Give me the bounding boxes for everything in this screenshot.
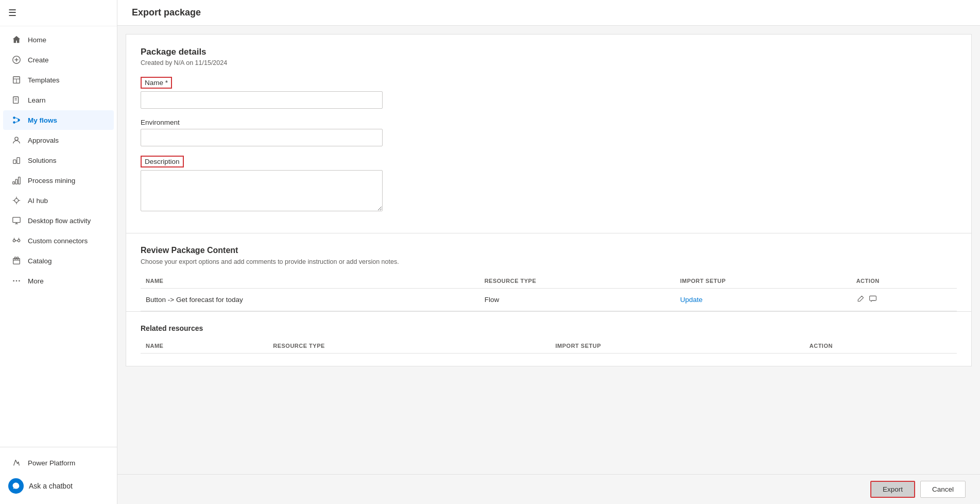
sidebar-item-home[interactable]: Home xyxy=(3,30,114,49)
svg-point-29 xyxy=(18,240,20,242)
sidebar-item-catalog-label: Catalog xyxy=(28,257,52,265)
package-details-subtitle: Created by N/A on 11/15/2024 xyxy=(141,59,957,66)
svg-rect-17 xyxy=(13,182,15,184)
svg-rect-19 xyxy=(19,177,21,184)
sidebar-item-solutions-label: Solutions xyxy=(28,157,57,164)
sidebar-item-templates[interactable]: Templates xyxy=(3,70,114,90)
svg-rect-40 xyxy=(869,296,876,300)
sidebar-item-learn-label: Learn xyxy=(28,96,46,104)
home-icon xyxy=(11,35,22,44)
svg-rect-15 xyxy=(13,160,16,163)
more-icon xyxy=(11,276,22,285)
col-action-header: ACTION xyxy=(851,274,957,289)
review-package-card: Review Package Content Choose your expor… xyxy=(126,233,972,312)
catalog-icon xyxy=(11,256,22,265)
sidebar-item-approvals-label: Approvals xyxy=(28,137,59,144)
name-input[interactable] xyxy=(141,91,383,109)
environment-input[interactable] xyxy=(141,129,383,146)
sidebar-item-power-platform[interactable]: Power Platform xyxy=(3,453,114,473)
table-row: Button -> Get forecast for today Flow Up… xyxy=(141,289,957,311)
sidebar-item-desktop-flow-activity[interactable]: Desktop flow activity xyxy=(3,211,114,230)
svg-line-12 xyxy=(15,118,19,119)
sidebar-item-home-label: Home xyxy=(28,36,46,44)
svg-point-38 xyxy=(16,280,18,282)
sidebar-item-my-flows-label: My flows xyxy=(28,116,57,124)
page-title: Export package xyxy=(132,7,966,18)
action-icons xyxy=(856,295,952,305)
svg-point-9 xyxy=(13,116,15,119)
export-button[interactable]: Export xyxy=(870,481,915,498)
power-platform-icon xyxy=(11,458,22,467)
main-content: Export package Package details Created b… xyxy=(117,0,980,504)
sidebar-item-catalog[interactable]: Catalog xyxy=(3,251,114,271)
row-import-setup: Update xyxy=(675,289,851,311)
custom-connectors-icon xyxy=(11,236,22,245)
sidebar-item-process-mining-label: Process mining xyxy=(28,177,75,184)
cancel-button[interactable]: Cancel xyxy=(920,481,966,498)
edit-icon[interactable] xyxy=(856,295,865,305)
footer-bar: Export Cancel xyxy=(117,474,980,504)
chatbot-icon xyxy=(8,478,24,494)
related-col-action-header: ACTION xyxy=(804,339,957,354)
description-field-group: Description xyxy=(141,156,957,211)
package-details-card: Package details Created by N/A on 11/15/… xyxy=(126,34,972,233)
sidebar-item-templates-label: Templates xyxy=(28,76,60,84)
sidebar-item-solutions[interactable]: Solutions xyxy=(3,150,114,170)
package-details-title: Package details xyxy=(141,47,957,57)
review-package-table: NAME RESOURCE TYPE IMPORT SETUP ACTION B… xyxy=(141,274,957,311)
sidebar-item-desktop-flow-activity-label: Desktop flow activity xyxy=(28,217,91,225)
sidebar-hamburger[interactable]: ☰ xyxy=(0,0,117,26)
related-resources-section: Related resources NAME RESOURCE TYPE IMP… xyxy=(126,312,972,366)
sidebar-item-process-mining[interactable]: Process mining xyxy=(3,171,114,190)
row-action xyxy=(851,289,957,311)
row-name: Button -> Get forecast for today xyxy=(141,289,479,311)
sidebar: ☰ Home Create Templates Learn xyxy=(0,0,117,504)
templates-icon xyxy=(11,75,22,85)
sidebar-footer: Power Platform Ask a chatbot xyxy=(0,447,117,504)
related-col-resource-type-header: RESOURCE TYPE xyxy=(268,339,550,354)
svg-line-13 xyxy=(15,121,19,122)
related-col-import-setup-header: IMPORT SETUP xyxy=(551,339,804,354)
sidebar-item-custom-connectors[interactable]: Custom connectors xyxy=(3,231,114,250)
related-col-name-header: NAME xyxy=(141,339,268,354)
col-resource-type-header: RESOURCE TYPE xyxy=(479,274,675,289)
svg-point-10 xyxy=(18,119,20,122)
sidebar-item-power-platform-label: Power Platform xyxy=(28,459,75,467)
description-label: Description xyxy=(141,156,184,167)
sidebar-item-ai-hub[interactable]: AI hub xyxy=(3,191,114,210)
create-icon xyxy=(11,55,22,64)
sidebar-item-create-label: Create xyxy=(28,56,49,64)
update-link[interactable]: Update xyxy=(680,296,703,304)
svg-rect-33 xyxy=(13,259,20,264)
related-resources-table: NAME RESOURCE TYPE IMPORT SETUP ACTION xyxy=(141,339,957,354)
name-field-group: Name * xyxy=(141,77,957,109)
svg-point-20 xyxy=(14,198,18,202)
svg-point-37 xyxy=(13,280,14,282)
page-title-bar: Export package xyxy=(117,0,980,26)
learn-icon xyxy=(11,95,22,105)
row-resource-type: Flow xyxy=(479,289,675,311)
environment-label: Environment xyxy=(141,119,180,126)
ask-chatbot-label: Ask a chatbot xyxy=(29,482,73,490)
svg-point-11 xyxy=(13,121,15,124)
svg-rect-25 xyxy=(13,217,20,223)
sidebar-nav: Home Create Templates Learn My flows xyxy=(0,26,117,447)
sidebar-item-learn[interactable]: Learn xyxy=(3,90,114,110)
comment-icon[interactable] xyxy=(869,295,877,305)
sidebar-item-more[interactable]: More xyxy=(3,271,114,291)
sidebar-item-create[interactable]: Create xyxy=(3,50,114,70)
sidebar-item-approvals[interactable]: Approvals xyxy=(3,130,114,150)
process-mining-icon xyxy=(11,176,22,185)
sidebar-item-ai-hub-label: AI hub xyxy=(28,197,48,205)
svg-rect-16 xyxy=(17,158,20,164)
svg-rect-18 xyxy=(15,179,18,184)
name-label: Name * xyxy=(141,77,172,89)
sidebar-item-custom-connectors-label: Custom connectors xyxy=(28,237,88,245)
solutions-icon xyxy=(11,156,22,165)
sidebar-item-my-flows[interactable]: My flows xyxy=(3,110,114,130)
sidebar-item-more-label: More xyxy=(28,277,44,285)
ask-chatbot-button[interactable]: Ask a chatbot xyxy=(0,473,117,499)
my-flows-icon xyxy=(11,115,22,125)
description-textarea[interactable] xyxy=(141,170,383,211)
content-area: Package details Created by N/A on 11/15/… xyxy=(117,34,980,402)
